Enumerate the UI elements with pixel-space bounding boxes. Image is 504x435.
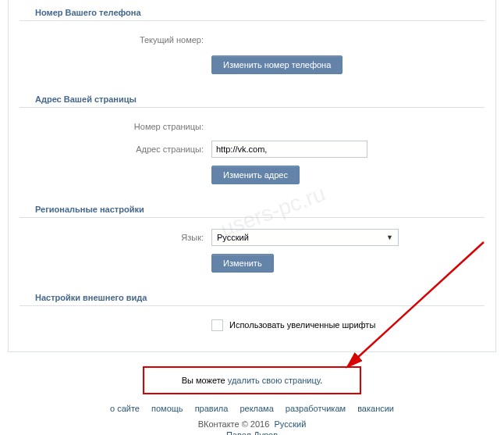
footer-brand: ВКонтакте <box>198 419 240 429</box>
footer-copyright: © 2016 <box>242 419 270 429</box>
language-select-value: Русский <box>217 233 249 242</box>
delete-page-link[interactable]: удалить свою страницу <box>228 376 320 385</box>
footer-link-ads[interactable]: реклама <box>240 404 273 413</box>
chevron-down-icon: ▼ <box>386 234 393 241</box>
settings-panel: Номер Вашего телефона Текущий номер: Изм… <box>8 0 496 352</box>
delete-page-box: Вы можете удалить свою страницу. <box>143 366 361 394</box>
appearance-section: Настройки внешнего вида Использовать уве… <box>9 285 495 344</box>
phone-section-title: Номер Вашего телефона <box>20 0 484 21</box>
current-phone-label: Текущий номер: <box>9 35 211 45</box>
page-address-label: Адрес страницы: <box>9 144 211 154</box>
phone-section: Номер Вашего телефона Текущий номер: Изм… <box>9 0 495 87</box>
large-fonts-label: Использовать увеличенные шрифты <box>229 320 375 330</box>
page-address-input[interactable] <box>211 141 367 158</box>
footer-link-about[interactable]: о сайте <box>110 404 140 413</box>
footer-link-devs[interactable]: разработчикам <box>286 404 346 413</box>
footer-link-jobs[interactable]: вакансии <box>357 404 394 413</box>
footer-author-link[interactable]: Павел Дуров <box>0 430 504 435</box>
footer-link-help[interactable]: помощь <box>151 404 183 413</box>
footer: о сайте помощь правила реклама разработч… <box>0 394 504 435</box>
appearance-section-title: Настройки внешнего вида <box>20 285 484 306</box>
address-section-title: Адрес Вашей страницы <box>20 87 484 108</box>
regional-section-title: Региональные настройки <box>20 197 484 218</box>
regional-section: Региональные настройки Язык: Русский ▼ И… <box>9 197 495 285</box>
footer-language-link[interactable]: Русский <box>274 419 306 429</box>
language-select[interactable]: Русский ▼ <box>211 229 399 246</box>
change-language-button[interactable]: Изменить <box>211 254 274 273</box>
change-address-button[interactable]: Изменить адрес <box>211 166 300 184</box>
change-phone-button[interactable]: Изменить номер телефона <box>211 55 343 74</box>
footer-link-rules[interactable]: правила <box>195 404 229 413</box>
language-label: Язык: <box>9 233 211 242</box>
page-number-label: Номер страницы: <box>9 122 211 131</box>
address-section: Адрес Вашей страницы Номер страницы: Адр… <box>9 87 495 197</box>
delete-prefix: Вы можете <box>182 376 228 385</box>
delete-suffix: . <box>320 376 322 385</box>
large-fonts-checkbox[interactable] <box>211 319 223 331</box>
footer-links: о сайте помощь правила реклама разработч… <box>0 404 504 413</box>
